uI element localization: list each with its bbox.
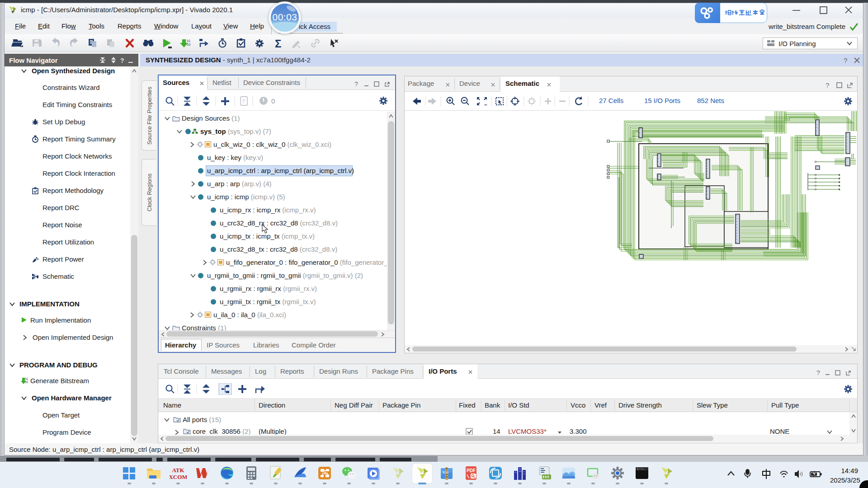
svg-text:?: ? bbox=[844, 56, 847, 64]
svg-text:01: 01 bbox=[25, 377, 28, 380]
svg-text:C:\>_: C:\>_ bbox=[637, 468, 645, 471]
svg-text:0: 0 bbox=[271, 97, 275, 105]
svg-text:?: ? bbox=[354, 81, 358, 87]
svg-text:3CD: 3CD bbox=[442, 471, 448, 474]
svg-text:?: ? bbox=[826, 81, 829, 89]
svg-text:Σ: Σ bbox=[275, 38, 281, 50]
svg-text:?: ? bbox=[816, 370, 820, 376]
svg-text:?: ? bbox=[120, 57, 124, 64]
svg-text:?: ? bbox=[242, 99, 245, 105]
svg-text:ATK: ATK bbox=[172, 467, 184, 474]
svg-text:PDF: PDF bbox=[467, 468, 476, 473]
svg-text:10: 10 bbox=[187, 42, 190, 47]
svg-text:10: 10 bbox=[25, 380, 28, 384]
svg-text:XCOM: XCOM bbox=[170, 474, 187, 480]
